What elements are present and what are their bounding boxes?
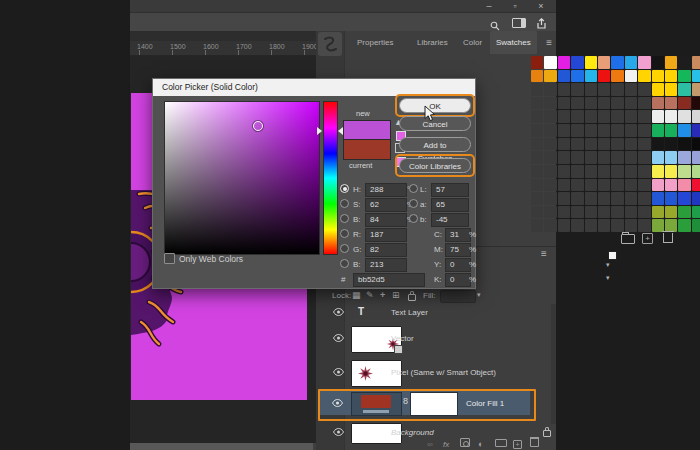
- swatch[interactable]: [598, 97, 610, 110]
- swatch[interactable]: [598, 56, 610, 69]
- swatch[interactable]: [692, 165, 700, 178]
- swatch[interactable]: [544, 83, 556, 96]
- add-to-swatches-button[interactable]: Add to Swatches: [399, 137, 471, 152]
- swatch[interactable]: [531, 219, 543, 232]
- swatch[interactable]: [678, 110, 690, 123]
- swatch[interactable]: [652, 70, 664, 83]
- swatch[interactable]: [598, 151, 610, 164]
- swatch[interactable]: [585, 70, 597, 83]
- swatch[interactable]: [625, 151, 637, 164]
- swatch[interactable]: [611, 56, 623, 69]
- swatch[interactable]: [638, 192, 650, 205]
- swatch[interactable]: [665, 151, 677, 164]
- swatch[interactable]: [544, 151, 556, 164]
- swatch[interactable]: [558, 179, 570, 192]
- swatch[interactable]: [665, 124, 677, 137]
- swatch[interactable]: [598, 179, 610, 192]
- swatch[interactable]: [625, 192, 637, 205]
- layer-row-color-fill[interactable]: 8 Color Fill 1: [318, 389, 544, 419]
- swatch[interactable]: [678, 70, 690, 83]
- swatch[interactable]: [611, 110, 623, 123]
- swatch[interactable]: [544, 110, 556, 123]
- swatch[interactable]: [598, 83, 610, 96]
- only-web-colors-checkbox[interactable]: [164, 253, 175, 264]
- swatch[interactable]: [598, 70, 610, 83]
- color-field[interactable]: [164, 101, 320, 255]
- link-layers-icon[interactable]: ∞: [427, 440, 433, 449]
- swatch[interactable]: [692, 110, 700, 123]
- layer-row-pixel[interactable]: Pixel (Same w/ Smart Object): [330, 357, 556, 389]
- swatch[interactable]: [544, 70, 556, 83]
- h-field[interactable]: 288: [365, 183, 407, 197]
- swatch[interactable]: [611, 83, 623, 96]
- swatch[interactable]: [544, 124, 556, 137]
- swatch[interactable]: [652, 83, 664, 96]
- k-field[interactable]: 0: [445, 273, 471, 287]
- swatch[interactable]: [625, 165, 637, 178]
- adjustment-layer-icon[interactable]: ◐: [478, 439, 483, 449]
- swatch[interactable]: [611, 192, 623, 205]
- m-field[interactable]: 75: [445, 243, 471, 257]
- swatch[interactable]: [571, 219, 583, 232]
- tab-swatches[interactable]: Swatches: [490, 31, 537, 54]
- swatch[interactable]: [692, 219, 700, 232]
- swatch[interactable]: [652, 165, 664, 178]
- swatch-item-white[interactable]: [608, 251, 617, 260]
- group-chevron-icon[interactable]: ▾: [606, 261, 610, 269]
- swatch[interactable]: [571, 70, 583, 83]
- new-swatch-icon[interactable]: +: [642, 233, 653, 244]
- swatch[interactable]: [692, 138, 700, 151]
- layer-row-vector[interactable]: Vector: [330, 323, 556, 355]
- swatch[interactable]: [665, 165, 677, 178]
- visibility-eye-icon[interactable]: [332, 399, 343, 409]
- swatch[interactable]: [638, 165, 650, 178]
- lock-transparency-icon[interactable]: ▦: [352, 290, 361, 300]
- swatch[interactable]: [585, 151, 597, 164]
- swatch[interactable]: [652, 192, 664, 205]
- swatch[interactable]: [692, 151, 700, 164]
- swatch[interactable]: [585, 206, 597, 219]
- swatch[interactable]: [585, 192, 597, 205]
- swatch[interactable]: [585, 56, 597, 69]
- swatch[interactable]: [531, 70, 543, 83]
- b-radio[interactable]: [340, 214, 349, 223]
- swatch[interactable]: [638, 151, 650, 164]
- new-group-icon[interactable]: [495, 439, 507, 449]
- swatch[interactable]: [652, 56, 664, 69]
- delete-swatch-icon[interactable]: [663, 233, 673, 243]
- fill-dropdown[interactable]: [440, 290, 476, 303]
- swatch[interactable]: [652, 110, 664, 123]
- swatch[interactable]: [625, 70, 637, 83]
- swatch[interactable]: [611, 97, 623, 110]
- a-field[interactable]: 65: [431, 198, 469, 212]
- fill-layer-thumbnail[interactable]: [351, 392, 402, 416]
- c-field[interactable]: 31: [445, 228, 471, 242]
- visibility-eye-icon[interactable]: [333, 334, 344, 344]
- swatch[interactable]: [625, 83, 637, 96]
- b2-radio[interactable]: [340, 259, 349, 268]
- swatch[interactable]: [544, 138, 556, 151]
- swatch[interactable]: [692, 192, 700, 205]
- swatch[interactable]: [678, 97, 690, 110]
- swatch[interactable]: [558, 97, 570, 110]
- lock-all-icon[interactable]: [408, 294, 416, 301]
- swatch[interactable]: [585, 165, 597, 178]
- swatch[interactable]: [585, 110, 597, 123]
- bb-radio[interactable]: [409, 214, 418, 223]
- swatch[interactable]: [558, 56, 570, 69]
- fill-dropdown-chevron-icon[interactable]: ▾: [477, 291, 481, 299]
- tab-libraries[interactable]: Libraries: [411, 31, 454, 54]
- color-libraries-button[interactable]: Color Libraries: [399, 158, 471, 173]
- swatch[interactable]: [571, 83, 583, 96]
- panel-menu-icon[interactable]: ≡: [546, 38, 552, 48]
- swatch[interactable]: [678, 192, 690, 205]
- swatch[interactable]: [558, 206, 570, 219]
- swatch[interactable]: [665, 70, 677, 83]
- swatch[interactable]: [598, 219, 610, 232]
- swatch[interactable]: [625, 138, 637, 151]
- swatch[interactable]: [544, 179, 556, 192]
- hue-slider[interactable]: [323, 101, 338, 255]
- lock-artboard-icon[interactable]: ⊞: [392, 290, 400, 300]
- new-swatch-group-icon[interactable]: [621, 234, 635, 244]
- swatch[interactable]: [652, 97, 664, 110]
